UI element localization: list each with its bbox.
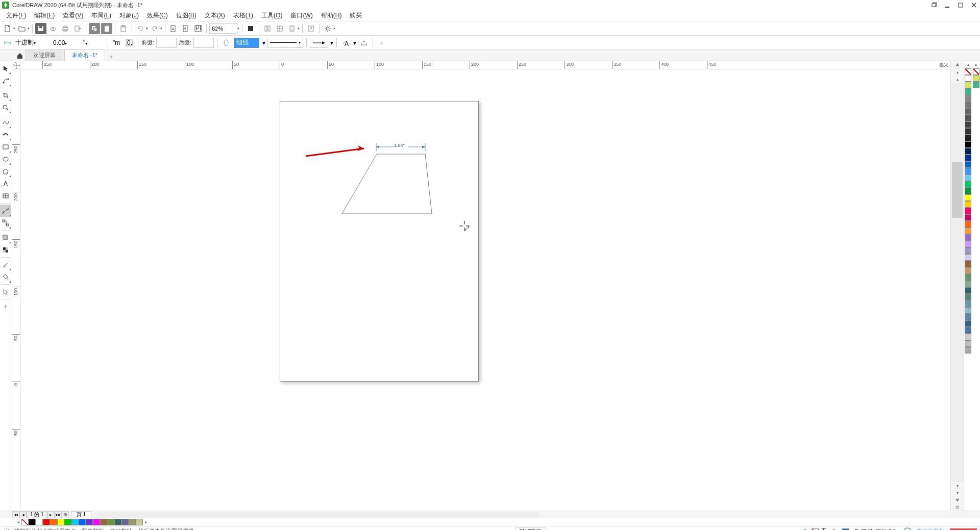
menu-edit[interactable]: 编辑(E) (30, 10, 59, 21)
color-swatch[interactable] (973, 82, 979, 88)
color-swatch[interactable] (43, 519, 50, 525)
color-swatch[interactable] (965, 168, 971, 174)
chevron-down-icon[interactable]: ▾ (330, 39, 333, 46)
grid-button[interactable] (274, 23, 285, 34)
tab-add-button[interactable]: + (106, 54, 116, 61)
table-tool[interactable] (0, 190, 11, 202)
scroll-track[interactable] (951, 83, 964, 482)
color-swatch[interactable] (100, 519, 107, 525)
menu-view[interactable]: 查看(V) (59, 10, 87, 21)
chevron-down-icon[interactable]: ▾ (160, 27, 162, 31)
palette-up-icon[interactable]: ▴ (967, 62, 969, 68)
open-button[interactable] (16, 23, 28, 34)
export-as-button[interactable] (180, 23, 191, 34)
line-style-select[interactable]: ▾ (267, 38, 303, 48)
page-tab[interactable]: 页 1 (71, 511, 91, 518)
chevron-down-icon[interactable]: ▾ (353, 39, 356, 46)
drop-shadow-tool[interactable] (0, 232, 11, 244)
color-swatch[interactable] (965, 320, 971, 327)
menu-effects[interactable]: 效果(C) (143, 10, 172, 21)
color-swatch[interactable] (965, 82, 971, 88)
scroll-down-icon[interactable]: ▾ (951, 482, 964, 489)
leading-zero-button[interactable]: 0.1 (124, 37, 135, 48)
color-swatch[interactable] (965, 347, 971, 354)
fill-status[interactable]: 无 (802, 527, 827, 530)
color-swatch[interactable] (965, 141, 971, 148)
menu-file[interactable]: 文件(F) (2, 10, 30, 21)
home-tab-icon[interactable] (14, 51, 26, 61)
ruler-horizontal[interactable]: 毫米 2502001501005005010015020025030035040… (20, 61, 950, 69)
pick-tool[interactable] (0, 62, 11, 74)
new-button[interactable] (2, 23, 13, 34)
cloud-button[interactable] (47, 23, 59, 34)
freehand-tool[interactable] (0, 116, 11, 129)
drawing-canvas[interactable]: 1.84" (20, 69, 950, 511)
color-swatch[interactable] (965, 294, 971, 300)
rectangle-tool[interactable] (0, 141, 11, 153)
color-swatch[interactable] (965, 161, 971, 168)
color-swatch[interactable] (965, 287, 971, 294)
page-add-icon[interactable]: ⊕ (62, 511, 69, 518)
minimize-icon[interactable] (943, 1, 951, 9)
chevron-down-icon[interactable]: ▾ (262, 39, 265, 46)
color-swatch[interactable] (965, 214, 971, 221)
color-swatch[interactable] (965, 155, 971, 161)
polygon-tool[interactable] (0, 165, 11, 178)
palette-right-icon[interactable]: ▸ (143, 520, 149, 524)
launch-button[interactable] (305, 23, 316, 34)
color-swatch[interactable] (965, 95, 971, 102)
color-swatch[interactable] (965, 148, 971, 155)
scroll-up-icon[interactable]: ▴ (951, 68, 964, 75)
undo-button[interactable] (135, 23, 146, 34)
fill-tool[interactable] (0, 271, 11, 283)
color-swatch[interactable] (965, 247, 971, 254)
eyedropper-tool[interactable] (0, 259, 11, 271)
prefix-input[interactable] (156, 38, 177, 48)
menu-table[interactable]: 表格(T) (229, 10, 257, 21)
shape-tool[interactable] (0, 74, 11, 87)
dynamic-dimension-button[interactable] (220, 37, 232, 48)
add-tool-button[interactable]: + (0, 300, 11, 313)
color-swatch[interactable] (965, 261, 971, 267)
precision-select[interactable]: 0.00▾ (53, 39, 81, 46)
color-swatch[interactable] (965, 135, 971, 141)
page-next-icon[interactable]: ▸ (47, 511, 55, 518)
scroll-top-icon[interactable]: ⮝ (951, 61, 964, 68)
crop-tool[interactable] (0, 89, 11, 102)
redo-button[interactable] (149, 23, 160, 34)
color-swatch[interactable] (965, 334, 971, 340)
color-swatch[interactable] (965, 194, 971, 201)
zoom-level-input[interactable] (209, 23, 237, 34)
tab-document[interactable]: 未命名 -1* (64, 49, 105, 61)
color-swatch[interactable] (965, 174, 971, 181)
clipboard-button[interactable] (118, 23, 129, 34)
color-swatch[interactable] (965, 274, 971, 281)
color-swatch[interactable] (965, 254, 971, 261)
color-swatch[interactable] (965, 267, 971, 274)
chevron-down-icon[interactable]: ▾ (146, 27, 148, 31)
no-color-swatch[interactable] (973, 68, 979, 75)
color-swatch[interactable] (965, 307, 971, 314)
text-position-button[interactable]: A (340, 37, 351, 48)
color-swatch[interactable] (29, 519, 36, 525)
outline-color-swatch[interactable] (842, 528, 849, 531)
import-button[interactable] (168, 23, 179, 34)
chevron-down-icon[interactable]: ▾ (28, 27, 30, 31)
chevron-down-icon[interactable]: ▾ (298, 27, 300, 31)
artistic-media-tool[interactable] (0, 129, 11, 141)
color-swatch[interactable] (965, 181, 971, 188)
close-icon[interactable] (970, 1, 978, 9)
transparency-tool[interactable] (0, 244, 11, 256)
color-swatch[interactable] (50, 519, 57, 525)
menu-text[interactable]: 文本(X) (201, 10, 229, 21)
color-swatch[interactable] (129, 519, 136, 525)
menu-object[interactable]: 对象(J) (115, 10, 143, 21)
page-last-icon[interactable]: ⏭ (55, 511, 62, 518)
trapezoid-shape[interactable] (341, 154, 433, 215)
snap-button[interactable] (262, 23, 273, 34)
color-swatch[interactable] (93, 519, 100, 525)
color-swatch[interactable] (965, 188, 971, 194)
menu-help[interactable]: 帮助(H) (317, 10, 346, 21)
outline-width-select[interactable]: 细线 (234, 38, 259, 48)
color-swatch[interactable] (965, 102, 971, 108)
